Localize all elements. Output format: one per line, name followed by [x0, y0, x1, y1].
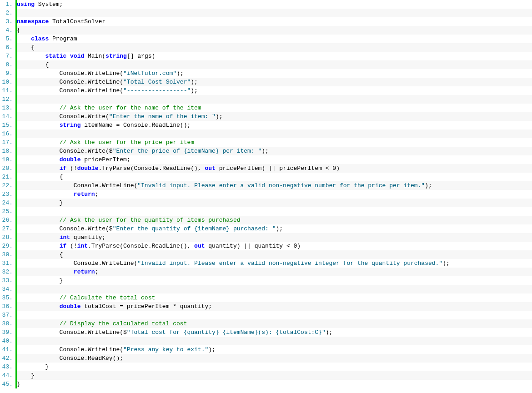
code-token: "Invalid input. Please enter a valid non… — [137, 182, 425, 189]
code-token: ; — [95, 269, 99, 275]
code-line: { — [17, 173, 532, 181]
code-token: ); — [216, 113, 223, 120]
line-number: 35. — [0, 294, 13, 302]
code-token: { — [17, 251, 63, 258]
line-number: 41. — [0, 345, 13, 354]
line-number: 31. — [0, 259, 13, 268]
code-token: if — [60, 243, 67, 249]
line-number: 22. — [0, 181, 13, 190]
code-token — [17, 234, 60, 241]
code-token: out — [194, 243, 205, 249]
line-number: 29. — [0, 242, 13, 250]
line-number: 25. — [0, 207, 13, 216]
code-line: class Program — [17, 35, 532, 43]
code-token: (! — [66, 243, 77, 249]
code-line: // Ask the user for the quantity of item… — [17, 216, 532, 224]
code-token: double — [60, 303, 81, 310]
line-number: 26. — [0, 216, 13, 224]
code-line: Console.WriteLine("iNetTutor.com"); — [17, 69, 532, 78]
code-token: double — [60, 156, 81, 163]
code-token: quantity; — [70, 234, 105, 241]
code-token: Console.WriteLine($ — [17, 329, 127, 336]
line-number: 45. — [0, 380, 13, 388]
code-token: } — [17, 372, 35, 379]
code-line: Console.Write("Enter the name of the ite… — [17, 112, 532, 121]
code-token: totalCost = pricePerItem * quantity; — [80, 303, 212, 310]
code-token — [17, 303, 60, 310]
code-token — [17, 122, 60, 129]
code-line: // Ask the user for the price per item — [17, 138, 532, 147]
code-token — [17, 35, 31, 42]
line-number: 17. — [0, 138, 13, 147]
code-token: "Enter the price of {itemName} per item:… — [113, 148, 262, 154]
code-token: double — [77, 165, 99, 172]
line-number: 5. — [0, 35, 13, 43]
code-line: } — [17, 363, 532, 371]
code-token: string — [60, 122, 81, 129]
line-number: 4. — [0, 26, 13, 35]
code-token — [17, 53, 45, 60]
code-line: } — [17, 371, 532, 380]
code-line: Console.WriteLine("Invalid input. Please… — [17, 181, 532, 190]
code-token — [17, 269, 74, 275]
code-line: { — [17, 43, 532, 52]
code-token: void — [70, 53, 84, 60]
code-token: { — [17, 61, 49, 68]
code-token: "Enter the quantity of {itemName} purcha… — [113, 225, 276, 232]
code-token: // Ask the user for the quantity of item… — [60, 217, 241, 224]
code-token: { — [17, 44, 35, 51]
code-token: Console.WriteLine( — [17, 87, 123, 94]
code-token: using — [17, 1, 35, 8]
line-number: 15. — [0, 121, 13, 129]
line-number: 37. — [0, 311, 13, 319]
code-token: .TryParse(Console.ReadLine(), — [88, 243, 194, 249]
code-line: } — [17, 199, 532, 207]
code-token: Console.WriteLine( — [17, 346, 123, 353]
code-token — [17, 139, 60, 146]
code-token: int — [60, 234, 70, 241]
code-token: static — [45, 53, 66, 60]
code-token: "Enter the name of the item: " — [109, 113, 216, 120]
line-number: 16. — [0, 129, 13, 138]
line-number: 27. — [0, 224, 13, 233]
code-token — [17, 156, 60, 163]
line-number-gutter: 1.2.3.4.5.6.7.8.9.10.11.12.13.14.15.16.1… — [0, 0, 15, 388]
code-token: TotalCostSolver — [49, 18, 105, 25]
code-line — [17, 311, 532, 319]
code-token: ; — [95, 191, 99, 198]
code-token: "Invalid input. Please enter a valid non… — [137, 260, 442, 267]
code-token — [17, 320, 60, 327]
code-line: namespace TotalCostSolver — [17, 17, 532, 26]
code-token: ); — [261, 148, 269, 154]
code-line: // Display the calculated total cost — [17, 319, 532, 328]
code-token: // Calculate the total cost — [60, 294, 156, 301]
code-token — [66, 53, 70, 60]
line-number: 43. — [0, 363, 13, 371]
line-number: 34. — [0, 285, 13, 294]
code-token: ); — [191, 87, 198, 94]
code-line — [17, 337, 532, 345]
code-line: Console.WriteLine("Total Cost Solver"); — [17, 78, 532, 86]
code-token: Console.Write($ — [17, 225, 113, 232]
line-number: 8. — [0, 60, 13, 69]
code-token: "Total cost for {quantity} {itemName}(s)… — [127, 329, 326, 336]
code-token: ); — [442, 260, 450, 267]
code-line: Console.WriteLine($"Total cost for {quan… — [17, 328, 532, 337]
line-number: 40. — [0, 337, 13, 345]
code-line: Console.WriteLine("Invalid input. Please… — [17, 259, 532, 268]
code-token: } — [17, 363, 49, 370]
code-token: { — [17, 27, 20, 34]
code-line: Console.ReadKey(); — [17, 354, 532, 363]
code-line: Console.WriteLine("-----------------"); — [17, 86, 532, 95]
code-token: if — [60, 165, 67, 172]
line-number: 33. — [0, 276, 13, 285]
code-token: Console.ReadKey(); — [17, 355, 123, 362]
line-number: 30. — [0, 250, 13, 259]
code-line: double totalCost = pricePerItem * quanti… — [17, 302, 532, 311]
code-line: Console.Write($"Enter the quantity of {i… — [17, 224, 532, 233]
line-number: 28. — [0, 233, 13, 242]
line-number: 20. — [0, 164, 13, 173]
code-line: using System; — [17, 0, 532, 9]
code-area: using System; namespace TotalCostSolver{… — [15, 0, 532, 388]
line-number: 2. — [0, 9, 13, 17]
